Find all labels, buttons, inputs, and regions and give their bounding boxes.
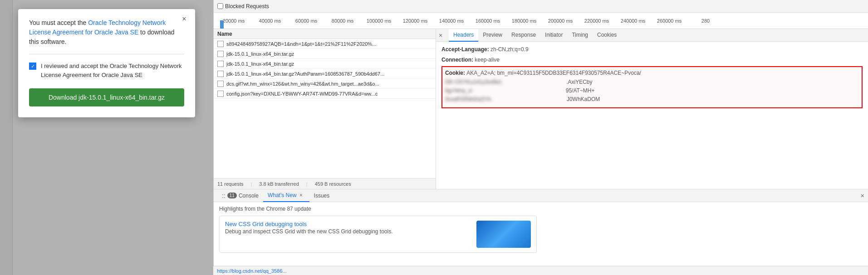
network-list-panel: Name s894248489758927AQB=1&ndh=1&pt=1&t=… [214, 29, 436, 189]
whats-new-card-text: New CSS Grid debugging tools Debug and i… [225, 221, 471, 248]
css-grid-link[interactable]: New CSS Grid debugging tools [225, 221, 307, 227]
tab-timing[interactable]: Timing [567, 29, 593, 42]
css-grid-desc: Debug and inspect CSS Grid with the new … [225, 228, 471, 235]
network-list-footer: 11 requests | 3.8 kB transferred | 459 B… [214, 178, 436, 189]
timeline-label-5: 120000 ms [397, 18, 433, 24]
item-checkbox-1 [217, 51, 224, 57]
timeline-label-12: 260000 ms [651, 18, 687, 24]
console-badge: 11 [227, 193, 237, 198]
timeline-label-2: 60000 ms [288, 18, 324, 24]
timeline-label-11: 240000 ms [615, 18, 651, 24]
checkmark-icon: ✓ [31, 63, 35, 69]
cookie-blurred-3: 0vxaRSRbhDa3YA. [445, 96, 567, 102]
item-checkbox-2 [217, 61, 224, 67]
console-content: Highlights from the Chrome 87 update New… [214, 202, 868, 275]
blocked-requests-label: Blocked Requests [225, 3, 269, 10]
network-item-0[interactable]: s894248489758927AQB=1&ndh=1&pt=1&t=21%2F… [214, 39, 436, 49]
split-panel: Name s894248489758927AQB=1&ndh=1&pt=1&t=… [214, 29, 868, 189]
item-checkbox-4 [217, 81, 224, 87]
timeline-label-1: 40000 ms [252, 18, 288, 24]
timeline-label-10: 220000 ms [579, 18, 615, 24]
headers-content: Accept-Language: zh-CN,zh;q=0.9 Connecti… [436, 42, 868, 189]
item-name-5: config.json?key=DXNLE-YBWWY-AR74T-WMD99-… [226, 91, 378, 96]
modal-divider [29, 54, 184, 54]
status-url: https://blog.csdn.net/qq_3586... [217, 268, 287, 274]
tab-whats-new[interactable]: What's New × [263, 189, 309, 202]
download-button[interactable]: Download jdk-15.0.1_linux-x64_bin.tar.gz [29, 88, 184, 106]
item-name-1: jdk-15.0.1_linux-x64_bin.tar.gz [226, 51, 294, 57]
cookie-blurred-1: D8~CKYKu141y3vd9oI. [445, 79, 566, 85]
whats-new-card: New CSS Grid debugging tools Debug and i… [219, 216, 537, 253]
timeline-labels: 20000 ms 40000 ms 60000 ms 80000 ms 1000… [214, 18, 724, 24]
accept-checkbox[interactable]: ✓ [29, 63, 36, 70]
item-checkbox-0 [217, 41, 224, 47]
item-name-2: jdk-15.0.1_linux-x64_bin.tar.gz [226, 61, 294, 67]
tab-headers[interactable]: Headers [449, 29, 478, 42]
close-whats-new[interactable]: × [298, 192, 305, 199]
close-headers-button[interactable]: × [436, 31, 445, 40]
network-toolbar: Blocked Requests [214, 0, 868, 13]
headers-panel: × Headers Preview Response Initiator Tim… [436, 29, 868, 189]
tab-preview[interactable]: Preview [478, 29, 507, 42]
network-item-1[interactable]: jdk-15.0.1_linux-x64_bin.tar.gz [214, 49, 436, 59]
network-list-header: Name [214, 29, 436, 39]
timeline-bar: 20000 ms 40000 ms 60000 ms 80000 ms 1000… [214, 13, 868, 29]
status-bar: https://blog.csdn.net/qq_3586... [213, 266, 868, 275]
requests-count: 11 requests [217, 181, 243, 187]
item-name-3: jdk-15.0.1_linux-x64_bin.tar.gz?AuthPara… [226, 71, 384, 77]
header-connection: Connection: keep-alive [441, 56, 863, 64]
network-item-5[interactable]: config.json?key=DXNLE-YBWWY-AR74T-WMD99-… [214, 89, 436, 99]
cookie-header-row: Cookie: AKA_A2=A; bm_mi=4C93115F5DDB33EF… [445, 69, 859, 104]
modal-message: You must accept the Oracle Technology Ne… [29, 18, 184, 47]
network-item-3[interactable]: jdk-15.0.1_linux-x64_bin.tar.gz?AuthPara… [214, 69, 436, 79]
blocked-requests-filter[interactable]: Blocked Requests [217, 3, 269, 10]
tab-console[interactable]: :: 11 Console [217, 189, 263, 202]
network-item-4[interactable]: dcs.gif?wt.hm_winx=126&wt.hm_winy=426&wt… [214, 79, 436, 89]
timeline-label-6: 140000 ms [433, 18, 470, 24]
timeline-label-3: 80000 ms [324, 18, 361, 24]
cookie-header-box: Cookie: AKA_A2=A; bm_mi=4C93115F5DDB33EF… [441, 66, 863, 108]
tab-response[interactable]: Response [507, 29, 540, 42]
license-modal: × You must accept the Oracle Technology … [18, 9, 195, 117]
tab-initiator[interactable]: Initiator [540, 29, 567, 42]
timeline-label-8: 180000 ms [506, 18, 542, 24]
tab-issues[interactable]: Issues [309, 189, 334, 202]
cookie-blurred-2: 6g+Nmy_e- [445, 87, 561, 94]
console-area: :: 11 Console What's New × Issues × High… [214, 189, 868, 275]
checkbox-row: ✓ I reviewed and accept the Oracle Techn… [29, 62, 184, 79]
console-tabs: :: 11 Console What's New × Issues × [214, 189, 868, 202]
modal-close-button[interactable]: × [179, 14, 190, 24]
whats-new-card-image [476, 221, 531, 248]
item-name-4: dcs.gif?wt.hm_winx=126&wt.hm_winy=426&wt… [226, 81, 379, 87]
timeline-label-7: 160000 ms [470, 18, 506, 24]
item-checkbox-5 [217, 91, 224, 97]
header-accept-language: Accept-Language: zh-CN,zh;q=0.9 [441, 45, 863, 54]
tab-cookies[interactable]: Cookies [593, 29, 621, 42]
timeline-label-9: 200000 ms [542, 18, 579, 24]
console-tab-label: Console [239, 193, 259, 199]
transferred-size: 3.8 kB transferred [259, 181, 299, 187]
timeline-label-4: 100000 ms [361, 18, 397, 24]
name-column-header: Name [217, 31, 232, 37]
modal-overlay: × You must accept the Oracle Technology … [0, 0, 213, 275]
whats-new-label: What's New [268, 192, 297, 198]
blocked-checkbox-input[interactable] [217, 3, 223, 9]
checkbox-label: I reviewed and accept the Oracle Technol… [41, 62, 184, 79]
whats-new-highlight: Highlights from the Chrome 87 update [219, 206, 863, 212]
headers-tabs: × Headers Preview Response Initiator Tim… [436, 29, 868, 42]
network-request-list[interactable]: s894248489758927AQB=1&ndh=1&pt=1&t=21%2F… [214, 39, 436, 178]
timeline-label-13: 280 [687, 18, 724, 24]
issues-label: Issues [314, 193, 330, 199]
item-name-0: s894248489758927AQB=1&ndh=1&pt=1&t=21%2F… [226, 41, 376, 47]
item-checkbox-3 [217, 71, 224, 77]
close-console-panel[interactable]: × [861, 192, 864, 199]
network-item-2[interactable]: jdk-15.0.1_linux-x64_bin.tar.gz [214, 59, 436, 69]
modal-text-before: You must accept the [29, 19, 88, 26]
resources-size: 459 B resources [315, 181, 351, 187]
timeline-marker [220, 20, 224, 29]
devtools-panel: Blocked Requests 20000 ms 40000 ms 60000… [213, 0, 868, 275]
